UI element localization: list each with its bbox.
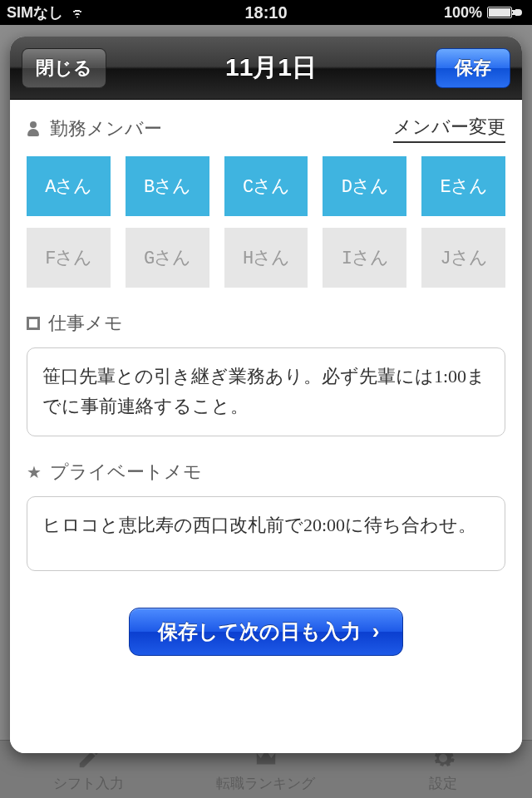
private-memo-field[interactable]: ヒロコと恵比寿の西口改札前で20:00に待ち合わせ。 (27, 496, 505, 571)
member-chip[interactable]: Bさん (126, 156, 209, 216)
close-button[interactable]: 閉じる (22, 48, 106, 88)
member-chip[interactable]: Fさん (27, 228, 111, 288)
save-button-label: 保存 (455, 56, 491, 81)
person-icon (27, 121, 42, 136)
star-icon: ★ (27, 465, 42, 480)
charging-icon (515, 7, 525, 18)
modal-title: 11月1日 (225, 51, 317, 85)
member-chip[interactable]: Eさん (421, 156, 505, 216)
section-private-memo-label: プライベートメモ (50, 460, 202, 485)
member-chip[interactable]: Aさん (27, 156, 111, 216)
member-chip[interactable]: Cさん (224, 156, 308, 216)
save-button[interactable]: 保存 (436, 48, 510, 88)
carrier-label: SIMなし (7, 2, 63, 22)
member-change-link[interactable]: メンバー変更 (393, 115, 505, 143)
modal-header: 閉じる 11月1日 保存 (10, 37, 522, 100)
close-button-label: 閉じる (36, 56, 92, 81)
day-edit-modal: 閉じる 11月1日 保存 勤務メンバー メンバー変更 Aさん Bさん Cさん D… (10, 37, 522, 753)
battery-percent: 100% (444, 4, 482, 22)
status-bar: SIMなし 18:10 100% (0, 0, 532, 25)
square-icon (27, 317, 40, 330)
members-grid: Aさん Bさん Cさん Dさん Eさん Fさん Gさん Hさん Iさん Jさん (27, 156, 505, 288)
member-chip[interactable]: Jさん (421, 228, 505, 288)
chevron-right-icon: › (372, 618, 380, 644)
member-chip[interactable]: Iさん (323, 228, 406, 288)
member-chip[interactable]: Dさん (323, 156, 406, 216)
work-memo-field[interactable]: 笹口先輩との引き継ぎ業務あり。必ず先輩には1:00までに事前連絡すること。 (27, 347, 505, 436)
section-private-memo-header: ★ プライベートメモ (27, 460, 505, 485)
section-work-memo-label: 仕事メモ (48, 311, 123, 336)
save-and-next-day-button[interactable]: 保存して次の日も入力 › (129, 608, 404, 656)
section-work-memo-header: 仕事メモ (27, 311, 505, 336)
section-members-label: 勤務メンバー (50, 116, 162, 141)
member-chip[interactable]: Gさん (126, 228, 209, 288)
member-chip[interactable]: Hさん (224, 228, 308, 288)
save-and-next-day-label: 保存して次の日も入力 (158, 618, 361, 645)
battery-icon (487, 7, 512, 18)
wifi-icon (70, 7, 85, 18)
section-members-header: 勤務メンバー メンバー変更 (27, 115, 505, 143)
clock: 18:10 (244, 3, 287, 22)
modal-body: 勤務メンバー メンバー変更 Aさん Bさん Cさん Dさん Eさん Fさん Gさ… (10, 100, 522, 753)
